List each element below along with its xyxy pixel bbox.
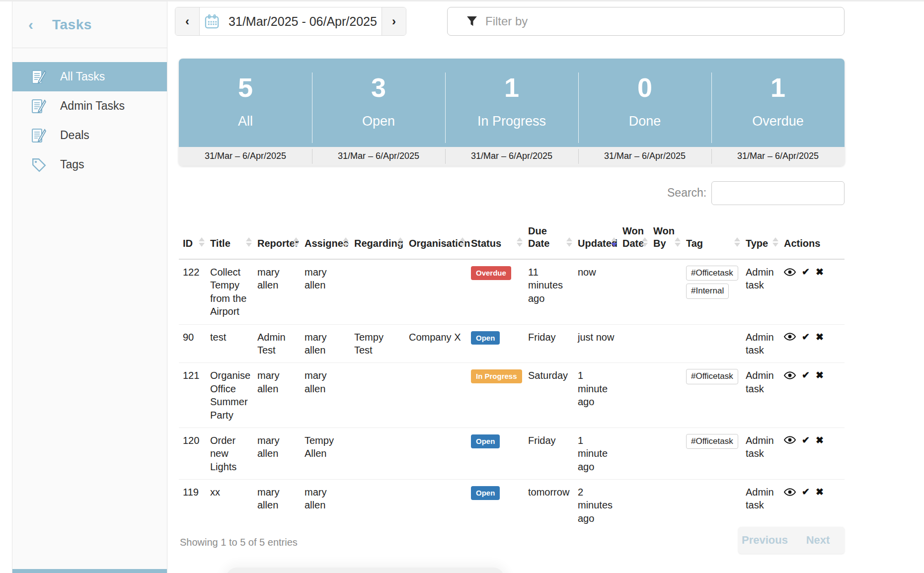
filter-funnel-icon	[466, 16, 477, 27]
cell-regarding	[350, 363, 405, 428]
cell-type: Admin task	[742, 480, 780, 531]
task-list-icon	[31, 69, 46, 85]
complete-task-icon[interactable]: ✔	[802, 435, 810, 445]
cell-status: Open	[467, 428, 524, 479]
sidebar-bottom-accent-bar	[12, 569, 167, 573]
cell-id: 122	[179, 259, 206, 324]
column-header-status[interactable]: Status	[467, 214, 524, 259]
stat-card-in-progress: 1In Progress	[445, 59, 578, 147]
cell-status: In Progress	[467, 363, 524, 428]
filter-input[interactable]	[485, 7, 844, 35]
column-header-regarding[interactable]: Regarding	[350, 214, 405, 259]
sort-arrows-icon	[642, 237, 648, 247]
sidebar-item-label: Admin Tasks	[60, 99, 125, 113]
view-task-icon[interactable]	[784, 371, 796, 379]
task-list-icon	[31, 128, 46, 143]
cell-due-date: 11 minutes ago	[524, 259, 574, 324]
status-badge: Overdue	[471, 266, 511, 280]
tag-pill[interactable]: #Officetask	[686, 369, 738, 384]
column-header-actions: Actions	[780, 214, 845, 259]
delete-task-icon[interactable]: ✖	[816, 267, 824, 277]
cell-regarding	[350, 480, 405, 531]
previous-page-button[interactable]: Previous	[738, 534, 791, 547]
complete-task-icon[interactable]: ✔	[802, 267, 810, 277]
sort-arrows-icon	[772, 237, 778, 247]
cell-reporter: Admin Test	[253, 324, 301, 363]
delete-task-icon[interactable]: ✖	[816, 370, 824, 380]
cell-id: 90	[179, 324, 206, 363]
view-task-icon[interactable]	[784, 436, 796, 444]
sort-arrows-icon	[675, 237, 681, 247]
search-label: Search:	[667, 186, 706, 200]
cell-title: Order new Lights	[206, 428, 253, 479]
cell-won-date	[618, 324, 649, 363]
date-range-navigator: ‹ 31/Mar/2025 - 06/Apr/2025 ›	[175, 7, 406, 36]
next-period-button[interactable]: ›	[382, 7, 406, 35]
search-input[interactable]	[711, 181, 845, 205]
cell-tags: #Officetask	[682, 363, 742, 428]
tag-pill[interactable]: #Internal	[686, 284, 729, 298]
stat-card-all: 5All	[179, 59, 312, 147]
calendar-icon	[204, 14, 220, 29]
tag-pill[interactable]: #Officetask	[686, 266, 738, 281]
column-header-organisation[interactable]: Organisation	[405, 214, 467, 259]
complete-task-icon[interactable]: ✔	[802, 332, 810, 342]
complete-task-icon[interactable]: ✔	[802, 370, 810, 380]
sidebar-item-all-tasks[interactable]: All Tasks	[12, 62, 167, 91]
column-header-updated[interactable]: Updated	[574, 214, 618, 259]
cell-updated: just now	[574, 324, 618, 363]
cell-actions: ✔ ✖	[780, 324, 845, 363]
date-range-picker[interactable]: 31/Mar/2025 - 06/Apr/2025	[200, 7, 382, 35]
back-chevron-icon[interactable]: ‹	[28, 17, 33, 32]
delete-task-icon[interactable]: ✖	[816, 487, 824, 497]
cell-tags	[682, 480, 742, 531]
stat-date-range: 31/Mar – 6/Apr/2025	[711, 147, 845, 166]
column-header-won-by[interactable]: Won By	[649, 214, 682, 259]
status-badge: Open	[471, 486, 500, 500]
complete-task-icon[interactable]: ✔	[802, 487, 810, 497]
table-row: 122 Collect Tempy from the Airport mary …	[179, 259, 845, 324]
column-header-type[interactable]: Type	[742, 214, 780, 259]
table-row: 90 test Admin Test mary allen Tempy Test…	[179, 324, 845, 363]
column-header-id[interactable]: ID	[179, 214, 206, 259]
view-task-icon[interactable]	[784, 488, 796, 496]
stat-card-done: 0Done	[578, 59, 711, 147]
status-badge: Open	[471, 331, 500, 345]
column-header-tag[interactable]: Tag	[682, 214, 742, 259]
stats-ranges-row: 31/Mar – 6/Apr/202531/Mar – 6/Apr/202531…	[179, 147, 845, 166]
cell-due-date: Friday	[524, 324, 574, 363]
column-header-assignee[interactable]: Assignee	[301, 214, 350, 259]
stat-card-overdue: 1Overdue	[711, 59, 845, 147]
previous-period-button[interactable]: ‹	[175, 7, 200, 35]
cell-tags: #Officetask	[682, 428, 742, 479]
cell-won-date	[618, 363, 649, 428]
cell-type: Admin task	[742, 363, 780, 428]
sidebar-item-deals[interactable]: Deals	[12, 121, 167, 150]
stat-label: Done	[578, 114, 711, 129]
bottom-scroll-thumb	[226, 568, 504, 573]
cell-actions: ✔ ✖	[780, 428, 845, 479]
next-page-button[interactable]: Next	[791, 534, 845, 547]
stat-date-range: 31/Mar – 6/Apr/2025	[312, 147, 445, 166]
sidebar-item-tags[interactable]: Tags	[12, 150, 167, 179]
tag-pill[interactable]: #Officetask	[686, 434, 738, 449]
column-header-won-date[interactable]: Won Date	[618, 214, 649, 259]
delete-task-icon[interactable]: ✖	[816, 332, 824, 342]
column-header-due-date[interactable]: Due Date	[524, 214, 574, 259]
cell-organisation: Company X	[405, 324, 467, 363]
view-task-icon[interactable]	[784, 333, 796, 341]
sidebar-item-admin-tasks[interactable]: Admin Tasks	[12, 91, 167, 121]
cell-organisation	[405, 259, 467, 324]
cell-type: Admin task	[742, 428, 780, 479]
column-header-reporter[interactable]: Reporter	[253, 214, 301, 259]
cell-reporter: mary allen	[253, 480, 301, 531]
cell-id: 119	[179, 480, 206, 531]
sort-arrows-icon	[734, 237, 740, 247]
column-header-title[interactable]: Title	[206, 214, 253, 259]
tasks-table: IDTitleReporterAssigneeRegardingOrganisa…	[179, 214, 845, 531]
sort-arrows-icon	[566, 237, 572, 247]
view-task-icon[interactable]	[784, 268, 796, 276]
cell-updated: now	[574, 259, 618, 324]
table-row: 120 Order new Lights mary allen Tempy Al…	[179, 428, 845, 479]
delete-task-icon[interactable]: ✖	[816, 435, 824, 445]
